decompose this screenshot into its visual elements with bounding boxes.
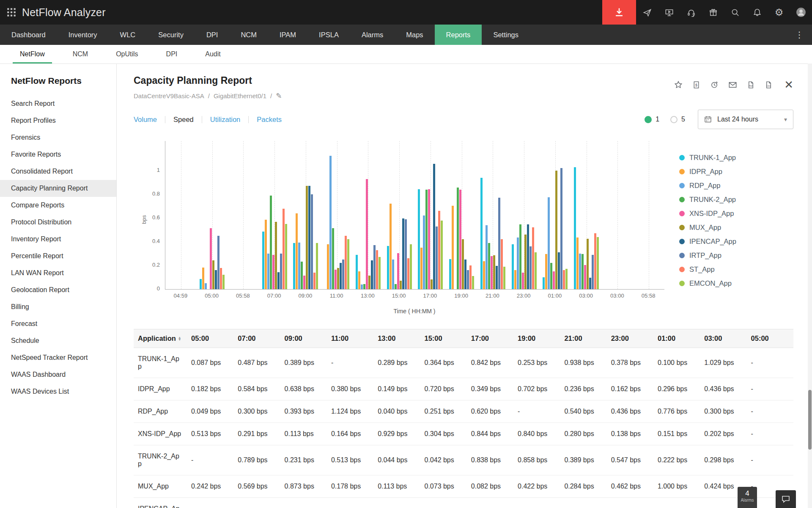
legend-item-ipencap-app[interactable]: IPENCAP_App bbox=[679, 237, 736, 246]
interval-option-1[interactable]: 1 bbox=[645, 116, 659, 123]
legend-item-irtp-app[interactable]: IRTP_App bbox=[679, 251, 736, 260]
page-scrollbar-track[interactable] bbox=[808, 64, 812, 508]
sidebar-item-schedule[interactable]: Schedule bbox=[0, 332, 116, 349]
legend-item-st-app[interactable]: ST_App bbox=[679, 265, 736, 273]
legend-item-xns-idp-app[interactable]: XNS-IDP_App bbox=[679, 210, 736, 218]
sidebar-item-percentile-report[interactable]: Percentile Report bbox=[0, 248, 116, 265]
column-header-13-00-5[interactable]: 13:00 bbox=[373, 329, 420, 348]
presentation-icon[interactable] bbox=[658, 8, 680, 17]
value-cell: 0.242 bps bbox=[187, 475, 233, 498]
subnav-tab-netflow[interactable]: NetFlow bbox=[6, 45, 59, 64]
schedule-history-icon[interactable] bbox=[710, 80, 719, 89]
report-tab-volume[interactable]: Volume bbox=[134, 116, 157, 124]
nav-item-wlc[interactable]: WLC bbox=[109, 25, 147, 45]
subnav-tab-audit[interactable]: Audit bbox=[191, 45, 234, 64]
nav-item-dpi[interactable]: DPI bbox=[195, 25, 230, 45]
nav-item-settings[interactable]: Settings bbox=[482, 25, 530, 45]
legend-item-trunk-1-app[interactable]: TRUNK-1_App bbox=[679, 154, 736, 162]
search-icon[interactable] bbox=[724, 8, 746, 17]
value-cell: 0.178 bps bbox=[327, 475, 373, 498]
legend-item-idpr-app[interactable]: IDPR_App bbox=[679, 168, 736, 176]
sidebar-item-geolocation-report[interactable]: Geolocation Report bbox=[0, 282, 116, 298]
download-button[interactable] bbox=[602, 0, 636, 25]
sort-icon[interactable]: ▲▼ bbox=[178, 337, 181, 341]
column-header-19-00-8[interactable]: 19:00 bbox=[513, 329, 560, 348]
nav-item-dashboard[interactable]: Dashboard bbox=[0, 25, 57, 45]
interval-radio-1[interactable] bbox=[645, 116, 652, 123]
nav-item-ipam[interactable]: IPAM bbox=[268, 25, 307, 45]
column-header-01-00-11[interactable]: 01:00 bbox=[653, 329, 700, 348]
headset-icon[interactable] bbox=[680, 8, 702, 17]
breadcrumb-interface[interactable]: GigabitEthernet0/1 bbox=[214, 92, 266, 99]
column-header-05-00-1[interactable]: 05:00 bbox=[187, 329, 233, 348]
sidebar-item-forecast[interactable]: Forecast bbox=[0, 315, 116, 332]
subnav-tab-dpi[interactable]: DPI bbox=[152, 45, 192, 64]
edit-pencil-icon[interactable]: ✎ bbox=[276, 91, 282, 100]
time-range-dropdown[interactable]: Last 24 hours ▾ bbox=[698, 110, 793, 129]
column-header-application[interactable]: Application▲▼ bbox=[134, 329, 187, 348]
sidebar-item-compare-reports[interactable]: Compare Reports bbox=[0, 197, 116, 214]
nav-item-maps[interactable]: Maps bbox=[395, 25, 434, 45]
paper-plane-icon[interactable] bbox=[636, 8, 658, 17]
nav-item-reports[interactable]: Reports bbox=[435, 25, 482, 45]
export-csv-icon[interactable]: CSV bbox=[765, 81, 773, 89]
nav-overflow-menu-icon[interactable]: ⋮ bbox=[787, 25, 812, 45]
interval-option-5[interactable]: 5 bbox=[670, 116, 685, 123]
page-scrollbar-thumb[interactable] bbox=[808, 390, 812, 450]
column-header-23-00-10[interactable]: 23:00 bbox=[607, 329, 653, 348]
user-avatar[interactable] bbox=[790, 7, 812, 17]
nav-item-security[interactable]: Security bbox=[147, 25, 195, 45]
nav-item-ipsla[interactable]: IPSLA bbox=[307, 25, 350, 45]
billing-doc-icon[interactable]: $ bbox=[692, 81, 700, 89]
apps-grid-icon[interactable] bbox=[7, 8, 16, 17]
bar-ipencap-app bbox=[371, 260, 373, 289]
nav-item-inventory[interactable]: Inventory bbox=[57, 25, 109, 45]
subnav-tab-ncm[interactable]: NCM bbox=[59, 45, 102, 64]
column-header-21-00-9[interactable]: 21:00 bbox=[560, 329, 606, 348]
report-tab-packets[interactable]: Packets bbox=[257, 116, 282, 124]
close-report-icon[interactable]: ✕ bbox=[784, 79, 793, 90]
alarms-badge[interactable]: 4 Alarms bbox=[738, 487, 757, 508]
column-header-03-00-12[interactable]: 03:00 bbox=[700, 329, 746, 348]
export-pdf-icon[interactable]: PDF bbox=[747, 81, 755, 89]
sidebar-item-lan-wan-report[interactable]: LAN WAN Report bbox=[0, 265, 116, 282]
sidebar-item-waas-devices-list[interactable]: WAAS Devices List bbox=[0, 383, 116, 400]
legend-item-emcon-app[interactable]: EMCON_App bbox=[679, 279, 736, 287]
sidebar-item-favorite-reports[interactable]: Favorite Reports bbox=[0, 146, 116, 163]
sidebar-item-waas-dashboard[interactable]: WAAS Dashboard bbox=[0, 366, 116, 383]
column-header-09-00-3[interactable]: 09:00 bbox=[280, 329, 327, 348]
legend-item-mux-app[interactable]: MUX_App bbox=[679, 224, 736, 232]
sidebar-item-forensics[interactable]: Forensics bbox=[0, 129, 116, 146]
sidebar-item-search-report[interactable]: Search Report bbox=[0, 95, 116, 112]
sidebar-item-netspeed-tracker-report[interactable]: NetSpeed Tracker Report bbox=[0, 349, 116, 366]
breadcrumb-device[interactable]: DataCentreV9Basic-ASA bbox=[134, 92, 204, 99]
bar-ipencap-app bbox=[215, 270, 217, 289]
sidebar-item-consolidated-report[interactable]: Consolidated Report bbox=[0, 163, 116, 180]
column-header-15-00-6[interactable]: 15:00 bbox=[420, 329, 466, 348]
column-header-17-00-7[interactable]: 17:00 bbox=[467, 329, 513, 348]
sidebar-item-billing[interactable]: Billing bbox=[0, 298, 116, 315]
column-header-11-00-4[interactable]: 11:00 bbox=[327, 329, 373, 348]
column-header-05-00-13[interactable]: 05:00 bbox=[747, 329, 793, 348]
legend-item-trunk-2-app[interactable]: TRUNK-2_App bbox=[679, 196, 736, 204]
sidebar-item-protocol-distribution[interactable]: Protocol Distribution bbox=[0, 214, 116, 231]
chat-button[interactable] bbox=[776, 490, 796, 508]
nav-item-alarms[interactable]: Alarms bbox=[350, 25, 395, 45]
email-icon[interactable] bbox=[728, 80, 737, 89]
gift-icon[interactable] bbox=[702, 8, 724, 17]
favorite-star-icon[interactable] bbox=[674, 80, 683, 89]
bar-trunk-2-app bbox=[395, 284, 397, 289]
report-tab-speed[interactable]: Speed bbox=[173, 116, 194, 124]
legend-item-rdp-app[interactable]: RDP_App bbox=[679, 182, 736, 190]
report-tab-utilization[interactable]: Utilization bbox=[210, 116, 241, 124]
sidebar-item-inventory-report[interactable]: Inventory Report bbox=[0, 231, 116, 248]
sidebar-item-capacity-planning-report[interactable]: Capacity Planning Report bbox=[0, 180, 116, 197]
nav-item-ncm[interactable]: NCM bbox=[229, 25, 268, 45]
gear-icon[interactable]: ⚙ bbox=[768, 8, 790, 17]
bell-icon[interactable] bbox=[746, 8, 768, 17]
column-header-07-00-2[interactable]: 07:00 bbox=[233, 329, 280, 348]
chart-plot[interactable] bbox=[165, 141, 664, 290]
sidebar-item-report-profiles[interactable]: Report Profiles bbox=[0, 112, 116, 129]
interval-radio-5[interactable] bbox=[670, 116, 678, 123]
subnav-tab-oputils[interactable]: OpUtils bbox=[102, 45, 152, 64]
